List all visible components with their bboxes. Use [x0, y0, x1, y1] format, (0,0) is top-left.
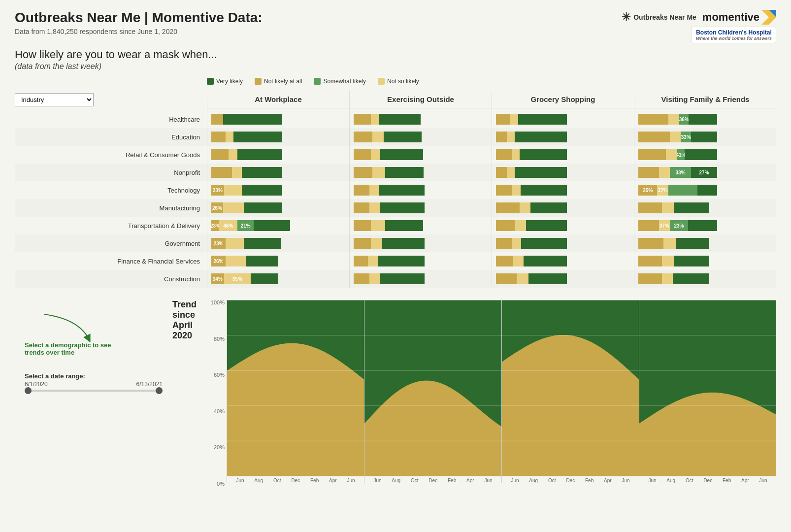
- bar-container-2-8: [496, 256, 585, 266]
- bar-seg-very-likely: [676, 238, 709, 249]
- bar-seg-somewhat-likely: [668, 185, 697, 196]
- bar-seg-very-likely: [515, 167, 567, 178]
- bar-seg-very-likely: [515, 132, 567, 142]
- bar-seg-not-so-likely: [369, 202, 380, 213]
- trend-left: Trend since April 2020 Select a demograp…: [15, 299, 207, 506]
- bar-seg-not-likely-all: [496, 238, 512, 249]
- bar-seg-not-so-likely: 46%: [219, 220, 237, 231]
- bar-container-0-9: 34%35%: [211, 273, 300, 284]
- trend-chart-wrapper-3: JunAugOctDecFebAprJun: [639, 299, 776, 483]
- bar-seg-not-likely-all: [354, 149, 371, 160]
- industry-select[interactable]: Industry Age Gender Region Education: [15, 93, 94, 106]
- bar-seg-very-likely: [233, 132, 282, 142]
- bar-seg-very-likely: 27%: [691, 167, 717, 178]
- legend-not-so-likely: Not so likely: [378, 78, 419, 85]
- bar-container-2-0: [496, 114, 585, 125]
- row-label-8: Finance & Financial Services: [15, 252, 207, 270]
- bar-seg-very-likely: [518, 114, 567, 125]
- not-likely-all-box: [255, 78, 262, 85]
- not-so-likely-box: [378, 78, 385, 85]
- bar-seg-not-so-likely: [371, 220, 385, 231]
- bar-seg-very-likely: [384, 132, 422, 142]
- y-axis-area: 100% 80% 60% 40% 20% 0%: [207, 299, 227, 487]
- bar-seg-not-so-likely: [515, 220, 526, 231]
- bar-container-3-9: [638, 273, 727, 284]
- bar-seg-not-so-likely: [223, 202, 244, 213]
- bar-seg-not-likely-all: [354, 256, 368, 266]
- bar-container-0-4: 23%: [211, 185, 300, 196]
- bar-seg-not-likely-all: 26%: [211, 202, 223, 213]
- x-label-Jun: Jun: [759, 478, 767, 483]
- bar-seg-not-likely-all: [354, 220, 371, 231]
- bar-row-1-9: [350, 270, 492, 288]
- y-80: 80%: [214, 336, 225, 342]
- row-label-5: Manufacturing: [15, 199, 207, 217]
- bar-seg-very-likely: [521, 238, 567, 249]
- somewhat-likely-box: [314, 78, 321, 85]
- bar-seg-not-so-likely: [666, 149, 677, 160]
- bar-container-1-9: [354, 273, 442, 284]
- bar-seg-not-likely-all: [354, 202, 369, 213]
- very-likely-box: [207, 78, 214, 85]
- trend-x-axis-1: JunAugOctDecFebAprJun: [364, 478, 501, 483]
- x-label-Feb: Feb: [448, 478, 456, 483]
- bar-row-1-4: [350, 181, 492, 199]
- bar-seg-very-likely: [378, 256, 425, 266]
- slider-thumb-left[interactable]: [25, 387, 32, 394]
- bar-seg-not-so-likely: [510, 114, 518, 125]
- x-label-Jun: Jun: [511, 478, 519, 483]
- dropdown-row: Industry Age Gender Region Education: [15, 91, 207, 108]
- trend-x-axis-0: JunAugOctDecFebAprJun: [227, 478, 364, 483]
- bar-seg-not-so-likely: [662, 273, 673, 284]
- bar-container-3-8: [638, 256, 727, 266]
- bar-seg-not-likely-all: [211, 167, 232, 178]
- bar-row-1-6: [350, 217, 492, 234]
- bar-seg-not-likely-all: [496, 149, 512, 160]
- trend-charts-wrapper: 100% 80% 60% 40% 20% 0% JunAugOctDecFebA…: [207, 299, 776, 506]
- bar-seg-not-so-likely: [659, 167, 670, 178]
- bar-row-0-7: 23%: [207, 234, 349, 252]
- question-main: How likely are you to wear a mask when..…: [15, 48, 776, 61]
- bar-row-0-2: [207, 146, 349, 164]
- date-range-label: Select a date range:: [25, 372, 163, 380]
- bar-container-1-8: [354, 256, 442, 266]
- bar-container-2-4: [496, 185, 585, 196]
- bar-row-2-5: [492, 199, 634, 217]
- slider-thumb-right[interactable]: [156, 387, 163, 394]
- select-demo-text[interactable]: Select a demographic to see trends over …: [25, 341, 123, 356]
- bar-seg-very-likely: [385, 220, 423, 231]
- x-label-Aug: Aug: [392, 478, 400, 483]
- bar-row-1-7: [350, 234, 492, 252]
- bar-container-3-6: 37%23%: [638, 220, 727, 231]
- bar-seg-somewhat-likely: 33%: [670, 167, 691, 178]
- bar-row-0-0: [207, 110, 349, 128]
- bar-container-1-5: [354, 202, 442, 213]
- bar-container-1-0: [354, 114, 442, 125]
- bch-logo: Boston Children's Hospital Where the wor…: [692, 27, 776, 43]
- question-sub: (data from the last week): [15, 62, 776, 71]
- not-so-likely-label: Not so likely: [387, 78, 419, 85]
- x-label-Jun: Jun: [622, 478, 629, 483]
- header-row: Outbreaks Near Me | Momentive Data: Data…: [15, 10, 776, 43]
- bar-container-2-3: [496, 167, 585, 178]
- bar-row-1-2: [350, 146, 492, 164]
- chart-column-grocery_shopping: Grocery Shopping: [492, 91, 634, 288]
- bar-seg-very-likely: [521, 185, 567, 196]
- x-label-Dec: Dec: [291, 478, 300, 483]
- page-container: Outbreaks Near Me | Momentive Data: Data…: [0, 0, 791, 516]
- date-start: 6/1/2020: [25, 381, 48, 388]
- bar-seg-not-so-likely: [512, 149, 520, 160]
- bar-row-0-4: 23%: [207, 181, 349, 199]
- bar-seg-very-likely: [674, 202, 709, 213]
- slider-container: [25, 390, 163, 392]
- trend-chart-wrapper-1: JunAugOctDecFebAprJun: [364, 299, 501, 483]
- bar-seg-very-likely: [244, 238, 281, 249]
- bar-row-3-7: [634, 234, 776, 252]
- charts-grid: At Workplace23%26%23%46%21%23%26%34%35%E…: [207, 91, 776, 288]
- row-label-9: Construction: [15, 270, 207, 288]
- trend-svg-0: [227, 299, 364, 477]
- bar-seg-very-likely: [223, 114, 282, 125]
- x-label-Apr: Apr: [466, 478, 474, 483]
- bar-seg-very-likely: [380, 202, 425, 213]
- date-range-container: Select a date range: 6/1/2020 6/13/2021: [25, 372, 163, 392]
